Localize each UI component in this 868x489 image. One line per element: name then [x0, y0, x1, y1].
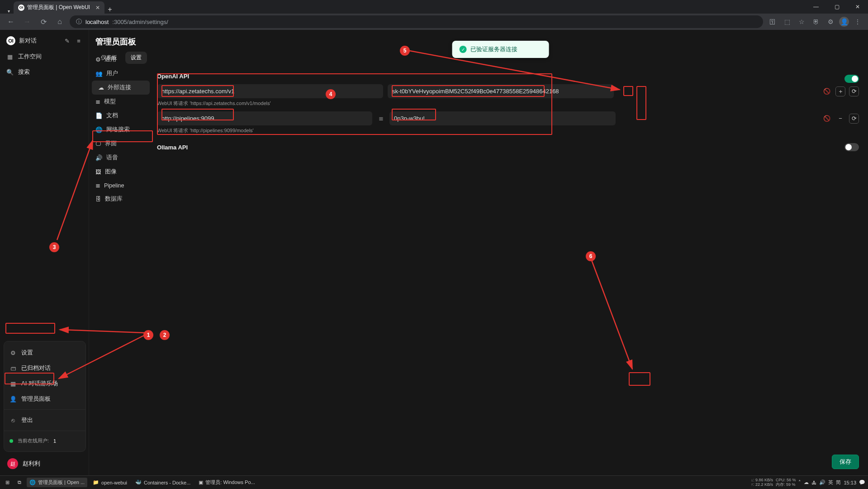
tray-chevron-icon[interactable]: ˄: [798, 479, 801, 485]
net-speed: ↓: 9.86 KB/s ↑: 22.2 KB/s: [751, 478, 773, 487]
settings-nav-images[interactable]: 🖼图像: [89, 165, 152, 179]
password-icon[interactable]: ⚿: [767, 18, 778, 25]
settings-nav-interface[interactable]: 🖵界面: [89, 137, 152, 151]
stack-icon: ≣: [95, 98, 100, 105]
workspace-link[interactable]: ▦ 工作空间: [5, 51, 83, 62]
openai-key-input-0[interactable]: [388, 84, 614, 98]
windows-taskbar: ⊞ ⧉ 🌐 管理员面板 | Open ... 📁 open-webui 🐳 Co…: [0, 475, 868, 489]
online-users: 当前在线用户: 1: [4, 434, 85, 448]
maximize-icon[interactable]: ▢: [826, 0, 847, 14]
left-sidebar: OI 新对话 ✎ ≡ ▦ 工作空间 🔍 搜索 ⚙设置 🗃已归档对话 ▦AI 对话…: [0, 30, 89, 475]
pipelines-icon: ≣: [377, 115, 385, 123]
settings-nav-voice[interactable]: 🔊语音: [89, 151, 152, 165]
tab-settings[interactable]: 设置: [125, 52, 147, 64]
add-row-button[interactable]: ＋: [835, 86, 845, 96]
db-icon: 🗄: [95, 196, 101, 202]
taskbar-powershell[interactable]: ▣ 管理员: Windows Po...: [196, 478, 257, 487]
new-tab-button[interactable]: +: [104, 5, 115, 14]
visibility-off-icon[interactable]: 🚫: [822, 86, 832, 96]
tabs-dropdown-icon[interactable]: ▾: [4, 9, 14, 14]
tray-cloud-icon[interactable]: ☁: [804, 479, 809, 485]
settings-nav-external[interactable]: ☁外部连接: [92, 81, 150, 95]
menu-settings[interactable]: ⚙设置: [4, 345, 85, 360]
settings-nav-users[interactable]: 👥用户: [89, 67, 152, 81]
success-toast: ✓ 已验证服务器连接: [452, 41, 549, 58]
clock[interactable]: 15:13: [844, 480, 856, 485]
openai-hint-1: WebUI 将请求 'http://pipelines:9099/models': [157, 127, 859, 134]
settings-nav-pipeline[interactable]: ≣Pipeline: [89, 179, 152, 192]
notifications-icon[interactable]: 💬: [859, 479, 865, 485]
forward-icon[interactable]: →: [21, 18, 33, 26]
settings-content: OpenAI API 🚫 ＋ ⟳ WebUI 将请求 'https://api.…: [152, 30, 868, 475]
visibility-off-icon[interactable]: 🚫: [822, 114, 832, 124]
tab-dashboard[interactable]: 仪表板: [95, 52, 123, 64]
settings-nav-database[interactable]: 🗄数据库: [89, 192, 152, 206]
openai-toggle[interactable]: [844, 75, 859, 83]
menu-logout[interactable]: ⎋登出: [4, 412, 85, 428]
settings-nav-websearch[interactable]: 🌐网络搜索: [89, 123, 152, 137]
page-title: 管理员面板: [95, 36, 147, 47]
openai-hint-0: WebUI 将请求 'https://api.zetatechs.com/v1/…: [157, 100, 859, 107]
speaker-icon: 🔊: [95, 154, 103, 161]
tray-volume-icon[interactable]: 🔊: [819, 479, 825, 485]
bookmark-icon[interactable]: ☆: [796, 18, 807, 25]
install-app-icon[interactable]: ⬚: [781, 18, 793, 25]
app-logo-icon: OI: [6, 36, 15, 45]
edit-icon[interactable]: ✎: [63, 38, 71, 44]
ime-mode[interactable]: 简: [836, 479, 841, 486]
current-user-button[interactable]: 赵 赵利利: [4, 455, 44, 472]
cloud-icon: ☁: [98, 84, 104, 91]
remove-row-button[interactable]: −: [835, 114, 845, 124]
online-dot-icon: [9, 439, 13, 443]
ime-lang[interactable]: 英: [828, 479, 833, 486]
openai-url-input-1[interactable]: [157, 111, 372, 125]
openai-api-title: OpenAI API: [157, 73, 189, 80]
user-icon: 👤: [9, 396, 17, 403]
menu-admin-panel[interactable]: 👤管理员面板: [4, 391, 85, 407]
extensions-icon[interactable]: ⚙: [825, 18, 836, 25]
search-link[interactable]: 🔍 搜索: [5, 66, 83, 78]
url-field[interactable]: ⓘ localhost:3005/admin/settings/: [70, 15, 763, 28]
site-info-icon[interactable]: ⓘ: [76, 18, 82, 26]
tab-favicon: OI: [18, 5, 24, 11]
close-tab-icon[interactable]: ✕: [95, 5, 100, 11]
menu-icon[interactable]: ≡: [75, 38, 82, 44]
ollama-api-title: Ollama API: [157, 144, 188, 151]
home-icon[interactable]: ⌂: [53, 18, 66, 26]
close-window-icon[interactable]: ✕: [847, 0, 868, 14]
refresh-button[interactable]: ⟳: [849, 86, 859, 96]
tray-network-icon[interactable]: 🖧: [811, 480, 816, 485]
browser-address-bar: ← → ⟳ ⌂ ⓘ localhost:3005/admin/settings/…: [0, 14, 868, 30]
refresh-button[interactable]: ⟳: [849, 114, 859, 124]
ollama-toggle[interactable]: [844, 143, 859, 151]
user-name-label: 赵利利: [23, 460, 40, 468]
openai-url-input-0[interactable]: [157, 84, 383, 98]
taskview-button[interactable]: ⧉: [15, 478, 24, 487]
avatar: 赵: [7, 458, 18, 469]
image-icon: 🖼: [95, 169, 101, 175]
url-path: :3005/admin/settings/: [112, 19, 168, 25]
browser-tab[interactable]: OI 管理员面板 | Open WebUI ✕: [14, 1, 104, 14]
settings-nav-models[interactable]: ≣模型: [89, 95, 152, 109]
save-button[interactable]: 保存: [832, 455, 859, 469]
tab-title: 管理员面板 | Open WebUI: [27, 4, 90, 11]
menu-archived[interactable]: 🗃已归档对话: [4, 360, 85, 376]
browser-titlebar: ▾ OI 管理员面板 | Open WebUI ✕ + — ▢ ✕: [0, 0, 868, 14]
url-host: localhost: [85, 19, 109, 25]
taskbar-chrome[interactable]: 🌐 管理员面板 | Open ...: [27, 478, 87, 487]
taskbar-docker[interactable]: 🐳 Containers - Docke...: [133, 478, 193, 487]
check-icon: ✓: [460, 46, 467, 53]
shield-icon[interactable]: ⛨: [810, 18, 822, 25]
taskbar-folder[interactable]: 📁 open-webui: [90, 478, 130, 487]
menu-playground[interactable]: ▦AI 对话游乐场: [4, 376, 85, 391]
playground-icon: ▦: [9, 380, 17, 387]
start-button[interactable]: ⊞: [3, 478, 12, 487]
kebab-menu-icon[interactable]: ⋮: [852, 18, 863, 25]
profile-icon[interactable]: 👤: [839, 17, 849, 27]
minimize-icon[interactable]: —: [806, 0, 826, 14]
back-icon[interactable]: ←: [5, 18, 17, 26]
openai-key-input-1[interactable]: [389, 111, 616, 125]
settings-nav-docs[interactable]: 📄文档: [89, 109, 152, 123]
new-chat-button[interactable]: 新对话: [19, 37, 37, 45]
reload-icon[interactable]: ⟳: [37, 18, 50, 26]
